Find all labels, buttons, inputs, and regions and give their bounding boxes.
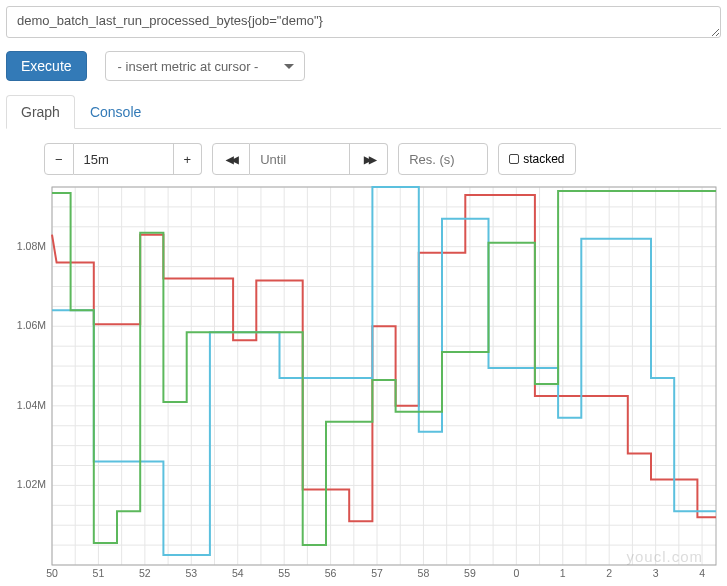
series-green <box>52 191 716 545</box>
stacked-label: stacked <box>523 152 564 166</box>
time-forward-button[interactable]: ▶▶ <box>350 143 388 175</box>
svg-text:58: 58 <box>418 567 430 579</box>
svg-rect-49 <box>52 187 716 565</box>
series-red <box>52 195 716 521</box>
query-input[interactable] <box>6 6 721 38</box>
series-teal <box>52 187 716 555</box>
plus-icon: + <box>184 152 192 167</box>
time-nav-group: ◀◀ ▶▶ <box>212 143 388 175</box>
svg-text:51: 51 <box>93 567 105 579</box>
svg-text:54: 54 <box>232 567 244 579</box>
execute-button[interactable]: Execute <box>6 51 87 81</box>
metric-selector[interactable]: - insert metric at cursor - <box>105 51 305 81</box>
svg-text:1.06M: 1.06M <box>17 319 46 331</box>
until-input[interactable] <box>250 143 350 175</box>
svg-text:55: 55 <box>278 567 290 579</box>
chart: 1.02M1.04M1.06M1.08M50515253545556575859… <box>6 183 721 581</box>
time-back-button[interactable]: ◀◀ <box>212 143 250 175</box>
svg-text:52: 52 <box>139 567 151 579</box>
metric-selector-label: - insert metric at cursor - <box>118 59 259 74</box>
tab-console[interactable]: Console <box>75 95 156 129</box>
svg-text:1: 1 <box>560 567 566 579</box>
svg-text:56: 56 <box>325 567 337 579</box>
svg-text:4: 4 <box>699 567 705 579</box>
svg-text:53: 53 <box>185 567 197 579</box>
stacked-icon <box>509 154 519 164</box>
range-increase-button[interactable]: + <box>174 143 203 175</box>
view-tabs: Graph Console <box>6 95 721 129</box>
range-group: − + <box>44 143 202 175</box>
svg-text:57: 57 <box>371 567 383 579</box>
rewind-icon: ◀◀ <box>226 154 236 165</box>
svg-text:2: 2 <box>606 567 612 579</box>
fastforward-icon: ▶▶ <box>364 154 374 165</box>
resolution-input[interactable] <box>398 143 488 175</box>
minus-icon: − <box>55 152 63 167</box>
range-input[interactable] <box>74 143 174 175</box>
svg-text:50: 50 <box>46 567 58 579</box>
svg-text:1.08M: 1.08M <box>17 240 46 252</box>
tab-graph[interactable]: Graph <box>6 95 75 129</box>
svg-text:3: 3 <box>653 567 659 579</box>
svg-text:59: 59 <box>464 567 476 579</box>
svg-text:1.04M: 1.04M <box>17 399 46 411</box>
svg-text:0: 0 <box>513 567 519 579</box>
svg-text:1.02M: 1.02M <box>17 478 46 490</box>
stacked-toggle[interactable]: stacked <box>498 143 575 175</box>
range-decrease-button[interactable]: − <box>44 143 74 175</box>
